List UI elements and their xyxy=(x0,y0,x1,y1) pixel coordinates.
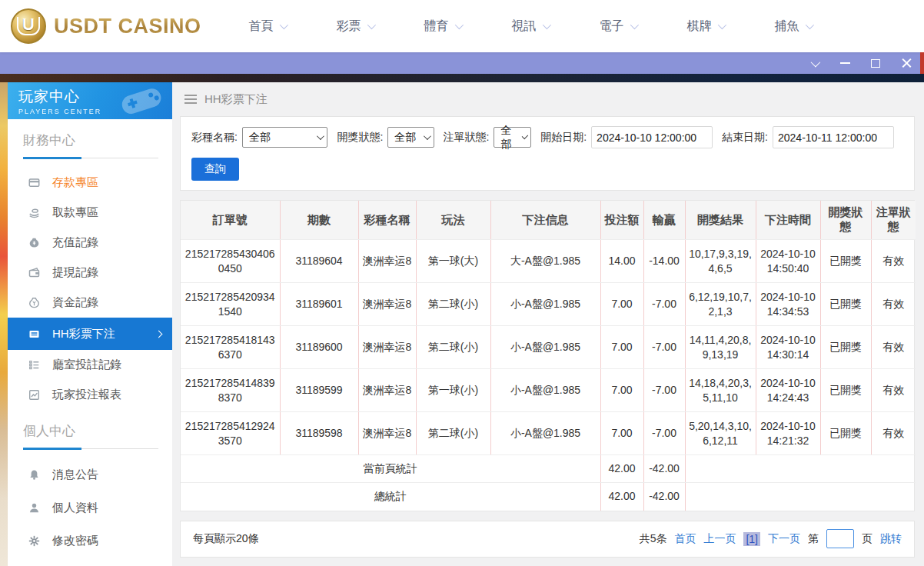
grand-total-empty xyxy=(685,483,916,511)
table-row: 2152172854148398370 31189599 澳洲幸运8 第一球(小… xyxy=(181,369,916,412)
end-date-input[interactable] xyxy=(773,126,894,148)
chevron-down-icon xyxy=(454,21,463,29)
jump-prefix: 第 xyxy=(808,532,819,546)
sidebar-item-hall-bet-records[interactable]: 廳室投註記錄 xyxy=(8,350,172,380)
logo-letter: U xyxy=(17,17,40,35)
order-status-select[interactable]: 全部 xyxy=(494,127,531,148)
sidebar-item-withdrawal-records[interactable]: 提現記錄 xyxy=(8,258,172,288)
bets-table-panel: 訂單號 期數 彩種名稱 玩法 下注信息 投注額 輸贏 開獎結果 下注時間 開獎狀… xyxy=(180,200,915,511)
lottery-name-value: 全部 xyxy=(249,131,271,145)
maximize-icon xyxy=(871,59,880,68)
draw-status-label: 開獎狀態: xyxy=(337,131,383,145)
col-lottery-name: 彩種名稱 xyxy=(358,201,416,240)
chevron-down-icon xyxy=(522,133,529,140)
first-page-link[interactable]: 首页 xyxy=(674,532,696,546)
cell-order-no: 2152172854304060450 xyxy=(181,240,280,283)
page-size-text: 每頁顯示20條 xyxy=(193,532,259,546)
cell-bet-amount: 7.00 xyxy=(600,369,643,412)
nav-item-slots[interactable]: 電子 xyxy=(600,18,636,35)
chevron-down-icon xyxy=(423,132,430,140)
prev-page-link[interactable]: 上一页 xyxy=(703,532,736,546)
sidebar-item-change-password[interactable]: 修改密碼 xyxy=(8,526,172,556)
sidebar-item-announcements[interactable]: 消息公告 xyxy=(8,460,172,490)
page-jump-input[interactable] xyxy=(826,529,854,548)
brand-logo[interactable]: U USDT CASINO xyxy=(11,8,201,44)
sidebar-item-label: 充值記錄 xyxy=(52,235,98,250)
jump-action-link[interactable]: 跳转 xyxy=(880,532,902,546)
nav-label: 捕魚 xyxy=(775,18,799,35)
bell-icon xyxy=(28,469,40,481)
sidebar: 玩家中心 PLAYERS CENTER 財務中心 存款專區 取款專區 xyxy=(8,82,172,566)
breadcrumb: HH彩票下注 xyxy=(172,82,924,116)
chevron-down-icon xyxy=(542,21,550,29)
top-nav: 首頁 彩票 體育 視訊 電子 棋牌 xyxy=(249,18,812,35)
col-bet-amount: 投注額 xyxy=(600,201,643,240)
nav-item-lottery[interactable]: 彩票 xyxy=(337,18,374,35)
cell-lottery-name: 澳洲幸运8 xyxy=(358,369,416,412)
cell-draw-result: 14,18,4,20,3,5,11,10 xyxy=(685,369,756,412)
chart-report-icon xyxy=(28,389,40,401)
table-row: 2152172854129243570 31189598 澳洲幸运8 第二球(小… xyxy=(181,412,916,455)
nav-item-fishing[interactable]: 捕魚 xyxy=(775,18,812,35)
sidebar-item-label: HH彩票下注 xyxy=(52,327,115,341)
cell-lottery-name: 澳洲幸运8 xyxy=(358,412,416,455)
nav-item-cards[interactable]: 棋牌 xyxy=(687,18,724,35)
page-total-bet: 42.00 xyxy=(600,455,643,483)
cell-draw-result: 10,17,9,3,19,4,6,5 xyxy=(685,240,756,283)
sidebar-item-funds-records[interactable]: 資金記錄 xyxy=(8,288,172,318)
cell-bet-amount: 7.00 xyxy=(600,412,643,455)
minimize-button[interactable] xyxy=(838,56,852,70)
current-page[interactable]: [1] xyxy=(743,532,760,546)
sidebar-item-label: 資金記錄 xyxy=(52,295,98,310)
cell-order-no: 2152172854129243570 xyxy=(181,412,280,455)
cell-order-status: 有效 xyxy=(871,240,916,283)
cell-play-type: 第一球(小) xyxy=(416,369,490,412)
lottery-name-select[interactable]: 全部 xyxy=(242,127,328,148)
cell-win-loss: -7.00 xyxy=(643,412,685,455)
cell-period: 31189601 xyxy=(280,283,358,326)
query-button[interactable]: 查詢 xyxy=(191,158,239,181)
maximize-button[interactable] xyxy=(869,56,882,70)
collapse-chevron-button[interactable] xyxy=(807,56,821,70)
user-icon xyxy=(28,502,40,514)
cell-lottery-name: 澳洲幸运8 xyxy=(358,240,416,283)
sidebar-item-withdraw-zone[interactable]: 取款專區 xyxy=(8,198,172,228)
cell-bet-time: 2024-10-10 14:34:53 xyxy=(756,283,820,326)
close-button-edge xyxy=(920,52,924,74)
grand-total-bet: 42.00 xyxy=(600,483,643,511)
menu-toggle-icon[interactable] xyxy=(184,92,197,106)
sidebar-item-profile[interactable]: 個人資料 xyxy=(8,493,172,523)
cell-period: 31189598 xyxy=(280,412,358,455)
start-date-label: 開始日期: xyxy=(540,131,587,145)
sidebar-item-hh-lottery-bets[interactable]: HH彩票下注 xyxy=(8,318,172,350)
nav-label: 體育 xyxy=(424,18,449,35)
chevron-down-icon xyxy=(279,21,288,29)
close-button[interactable] xyxy=(899,56,913,70)
nav-item-sports[interactable]: 體育 xyxy=(424,18,461,35)
col-order-no: 訂單號 xyxy=(181,201,280,240)
section-rule xyxy=(23,156,158,158)
nav-item-live[interactable]: 視訊 xyxy=(512,18,549,35)
sidebar-item-player-bet-report[interactable]: 玩家投注報表 xyxy=(8,380,172,410)
nav-label: 首頁 xyxy=(249,18,274,35)
cell-bet-amount: 7.00 xyxy=(600,283,643,326)
main-content: HH彩票下注 彩種名稱: 全部 開獎狀態: 全部 注單狀態: 全部 xyxy=(172,82,924,566)
nav-label: 電子 xyxy=(600,18,624,35)
draw-status-select[interactable]: 全部 xyxy=(387,127,434,148)
cell-order-no: 2152172854209341540 xyxy=(181,283,280,326)
cell-bet-time: 2024-10-10 14:21:32 xyxy=(756,412,820,455)
sidebar-item-recharge-records[interactable]: 充值記錄 xyxy=(8,228,172,258)
sidebar-item-deposit-zone[interactable]: 存款專區 xyxy=(8,168,172,198)
sidebar-item-label: 玩家投注報表 xyxy=(52,388,121,402)
cell-bet-amount: 7.00 xyxy=(600,326,643,369)
cell-play-type: 第二球(小) xyxy=(416,412,490,455)
cell-order-no: 2152172854181436370 xyxy=(181,326,280,369)
sidebar-item-label: 提現記錄 xyxy=(52,265,98,280)
start-date-input[interactable] xyxy=(591,126,713,148)
next-page-link[interactable]: 下一页 xyxy=(768,532,800,546)
bets-table: 訂單號 期數 彩種名稱 玩法 下注信息 投注額 輸贏 開獎結果 下注時間 開獎狀… xyxy=(181,201,916,511)
minimize-icon xyxy=(840,62,850,64)
sidebar-item-label: 個人資料 xyxy=(52,501,98,515)
grand-total-winloss: -42.00 xyxy=(643,483,685,511)
nav-item-home[interactable]: 首頁 xyxy=(249,18,286,35)
